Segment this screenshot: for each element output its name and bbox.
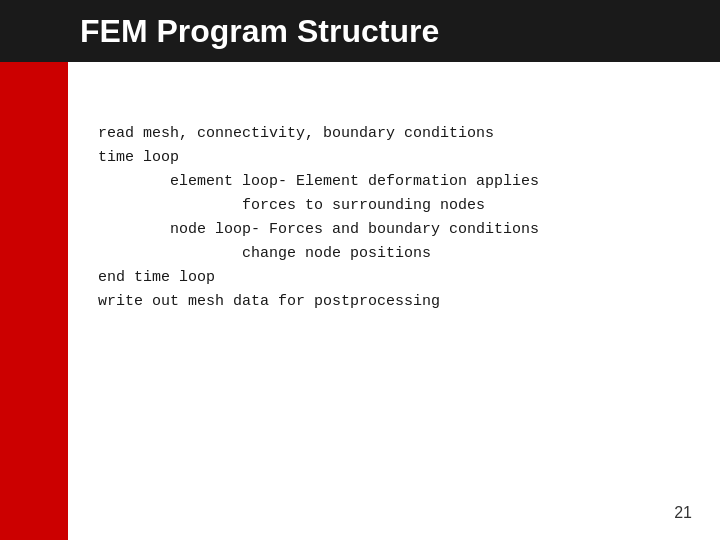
main-content: read mesh, connectivity, boundary condit… — [68, 62, 720, 540]
page-title: FEM Program Structure — [80, 13, 439, 50]
slide-number: 21 — [674, 504, 692, 522]
left-accent-bar — [0, 0, 68, 540]
code-block: read mesh, connectivity, boundary condit… — [98, 122, 690, 314]
header-bar: FEM Program Structure — [0, 0, 720, 62]
